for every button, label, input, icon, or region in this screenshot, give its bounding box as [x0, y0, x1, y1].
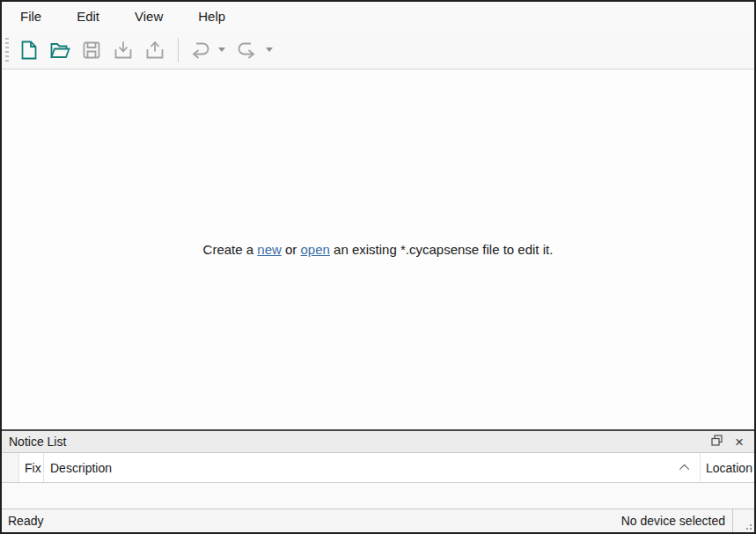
- close-panel-button[interactable]: ×: [731, 434, 747, 450]
- redo-dropdown-arrow-icon[interactable]: [266, 48, 273, 52]
- menu-bar: File Edit View Help: [2, 2, 754, 31]
- new-link[interactable]: new: [257, 242, 282, 257]
- import-button[interactable]: [108, 35, 138, 65]
- toolbar-separator: [178, 38, 179, 62]
- toolbar-drag-handle[interactable]: [5, 38, 9, 62]
- device-status: No device selected: [621, 514, 732, 528]
- column-header-location[interactable]: Location: [701, 453, 754, 482]
- save-button[interactable]: [77, 35, 106, 65]
- empty-state-message: Create a new or open an existing *.cycap…: [203, 242, 554, 257]
- new-file-icon: [17, 39, 40, 62]
- undo-button[interactable]: [185, 35, 215, 65]
- sort-ascending-icon: [679, 464, 689, 473]
- save-icon: [80, 39, 103, 62]
- status-bar: Ready No device selected: [2, 508, 754, 532]
- notice-list-panel: Notice List × Fix Description: [2, 429, 754, 508]
- close-icon: ×: [735, 435, 744, 450]
- location-header-label: Location: [706, 461, 752, 475]
- column-header-description[interactable]: Description: [44, 453, 701, 482]
- message-part2: or: [282, 242, 301, 257]
- undo-dropdown-arrow-icon[interactable]: [218, 48, 225, 52]
- message-part3: an existing *.cycapsense file to edit it…: [330, 242, 553, 257]
- notice-list-titlebar: Notice List ×: [2, 431, 754, 453]
- menu-help[interactable]: Help: [180, 2, 243, 31]
- document-area: Create a new or open an existing *.cycap…: [2, 69, 754, 429]
- float-panel-button[interactable]: [708, 434, 724, 450]
- redo-icon: [236, 39, 259, 62]
- open-file-button[interactable]: [45, 35, 75, 65]
- resize-grip[interactable]: [733, 509, 754, 532]
- undo-icon: [188, 39, 211, 62]
- export-icon: [143, 39, 166, 62]
- export-button[interactable]: [140, 35, 170, 65]
- notice-list-title: Notice List: [9, 435, 701, 449]
- notice-list-body: [2, 483, 754, 508]
- message-part1: Create a: [203, 242, 258, 257]
- menu-file[interactable]: File: [3, 2, 59, 31]
- description-header-label: Description: [50, 461, 112, 475]
- import-icon: [112, 39, 135, 62]
- resize-grip-icon: [744, 522, 752, 530]
- menu-edit[interactable]: Edit: [59, 2, 117, 31]
- notice-list-header-row: Fix Description Location: [2, 453, 754, 483]
- column-header-fix[interactable]: Fix: [19, 453, 44, 482]
- fix-header-label: Fix: [25, 461, 41, 475]
- menu-view[interactable]: View: [117, 2, 180, 31]
- open-folder-icon: [48, 39, 71, 62]
- status-message: Ready: [2, 514, 621, 528]
- new-file-button[interactable]: [13, 35, 43, 65]
- capsense-configurator-window: File Edit View Help: [0, 0, 756, 534]
- toolbar: [2, 31, 754, 69]
- notice-corner-cell: [2, 453, 19, 482]
- float-panel-icon: [711, 435, 723, 449]
- open-link[interactable]: open: [301, 242, 330, 257]
- redo-button[interactable]: [232, 35, 262, 65]
